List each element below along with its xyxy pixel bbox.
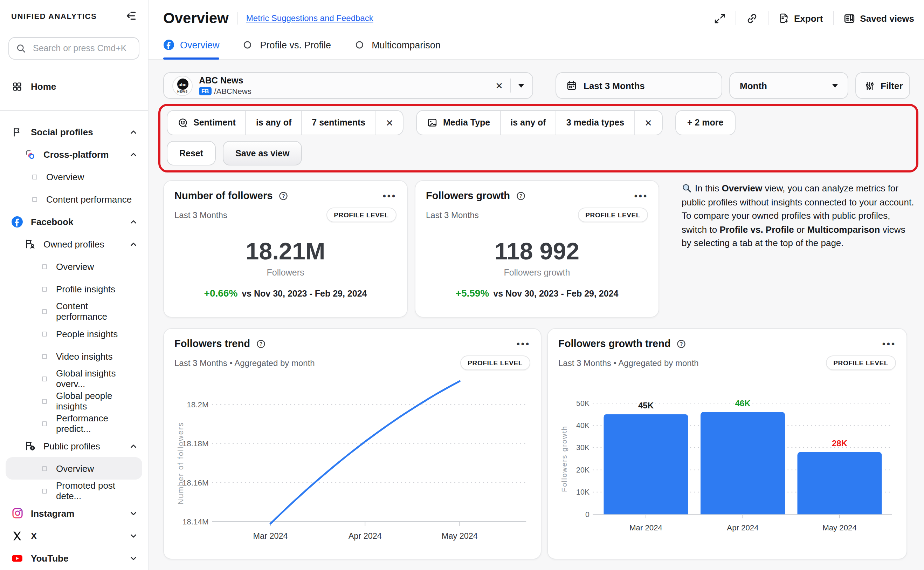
- bullet-icon: [42, 398, 47, 403]
- sidebar-item-performance-prediction[interactable]: Performance predict...: [0, 412, 148, 435]
- chevron-up-icon[interactable]: [129, 217, 138, 226]
- sidebar-section-x[interactable]: X: [0, 524, 148, 547]
- sidebar-item-global-people-insights[interactable]: Global people insights: [0, 390, 148, 412]
- sidebar-item-promoted-post-detection[interactable]: Promoted post dete...: [0, 480, 148, 502]
- search-box[interactable]: [8, 37, 139, 60]
- saved-views-button[interactable]: Saved views: [843, 12, 914, 24]
- expand-icon[interactable]: [713, 12, 725, 24]
- sidebar-item-home[interactable]: Home: [0, 75, 148, 98]
- tab-overview[interactable]: Overview: [163, 39, 220, 59]
- chevron-down-icon[interactable]: [129, 553, 138, 562]
- help-icon[interactable]: ?: [278, 190, 289, 201]
- sidebar-section-social-profiles[interactable]: Social profiles: [0, 121, 148, 143]
- action-separator: [735, 11, 736, 25]
- media-type-value[interactable]: 3 media types: [556, 111, 634, 135]
- instagram-icon: [11, 507, 23, 519]
- date-range-picker[interactable]: Last 3 Months: [556, 72, 722, 99]
- sidebar-item-cross-overview[interactable]: Overview: [0, 165, 148, 188]
- kpi1-menu-icon[interactable]: •••: [383, 190, 397, 201]
- sentiment-remove-icon[interactable]: ✕: [375, 111, 403, 135]
- search-input[interactable]: [32, 43, 132, 54]
- help-icon[interactable]: ?: [677, 338, 687, 349]
- svg-text:45K: 45K: [638, 401, 654, 410]
- svg-text:Mar 2024: Mar 2024: [629, 523, 662, 532]
- kpi2-title: Followers growth: [426, 190, 510, 201]
- profile-level-badge: PROFILE LEVEL: [826, 355, 896, 370]
- annotation-highlight-box: Sentiment is any of 7 sentiments ✕ Media…: [158, 104, 918, 173]
- sidebar-section-cross-platform[interactable]: Cross-platform: [0, 143, 148, 165]
- collapse-sidebar-icon[interactable]: [125, 10, 137, 22]
- svg-text:18.18M: 18.18M: [182, 439, 209, 448]
- controls-row: abc NEWS ABC News FB /ABCNews ✕: [163, 72, 918, 99]
- bullet-icon: [42, 264, 47, 269]
- owned-profiles-label: Owned profiles: [43, 239, 104, 249]
- profile-selector[interactable]: abc NEWS ABC News FB /ABCNews ✕: [163, 72, 533, 99]
- filter-label: Filter: [881, 80, 903, 91]
- magnifier-icon: [682, 183, 692, 193]
- chevron-down-icon[interactable]: [129, 531, 138, 540]
- bar-chart-menu-icon[interactable]: •••: [882, 338, 896, 349]
- reset-button[interactable]: Reset: [167, 141, 216, 165]
- chevron-up-icon[interactable]: [129, 127, 138, 136]
- media-type-icon: [427, 117, 438, 128]
- chevron-down-icon[interactable]: [129, 509, 138, 518]
- line-chart-subtitle: Last 3 Months • Aggregated by month: [174, 358, 315, 368]
- kpi1-title: Number of followers: [174, 190, 272, 201]
- profile-dropdown-caret-icon[interactable]: [518, 84, 524, 87]
- metric-suggestions-link[interactable]: Metric Suggestions and Feedback: [246, 13, 373, 23]
- sidebar-section-youtube[interactable]: YouTube: [0, 547, 148, 569]
- sidebar-item-global-insights-overview[interactable]: Global insights overv...: [0, 368, 148, 390]
- kpi1-vs: vs Nov 30, 2023 - Feb 29, 2024: [242, 289, 367, 299]
- date-range-label: Last 3 Months: [583, 80, 645, 91]
- kpi2-label: Followers growth: [426, 268, 648, 277]
- line-chart-menu-icon[interactable]: •••: [517, 338, 530, 349]
- svg-text:30K: 30K: [576, 443, 590, 452]
- calendar-icon: [566, 80, 577, 91]
- kpi2-menu-icon[interactable]: •••: [634, 190, 648, 201]
- kpi1-delta-row: +0.66%vs Nov 30, 2023 - Feb 29, 2024: [174, 288, 397, 299]
- svg-text:?: ?: [259, 340, 262, 346]
- svg-text:May 2024: May 2024: [442, 532, 478, 541]
- abc-news-avatar: abc NEWS: [172, 75, 192, 96]
- sidebar-item-public-overview-selected[interactable]: Overview: [6, 457, 142, 480]
- svg-text:?: ?: [680, 340, 683, 346]
- sidebar-item-video-insights[interactable]: Video insights: [0, 345, 148, 368]
- chevron-up-icon[interactable]: [129, 239, 138, 248]
- tab-multicomparison[interactable]: Multicomparison: [355, 39, 441, 59]
- sidebar-item-profile-insights[interactable]: Profile insights: [0, 277, 148, 300]
- owned-profiles-icon: [24, 238, 36, 250]
- media-type-remove-icon[interactable]: ✕: [634, 111, 662, 135]
- media-type-field[interactable]: Media Type: [417, 111, 500, 135]
- clear-profile-icon[interactable]: ✕: [488, 80, 510, 91]
- granularity-select[interactable]: Month: [729, 72, 848, 99]
- sidebar-item-people-insights[interactable]: People insights: [0, 322, 148, 345]
- sidebar-item-owned-overview[interactable]: Overview: [0, 255, 148, 277]
- help-icon[interactable]: ?: [516, 190, 526, 201]
- sidebar-section-public-profiles[interactable]: Public profiles: [0, 435, 148, 457]
- sidebar-item-cross-content-performance[interactable]: Content performance: [0, 188, 148, 210]
- sentiment-operator[interactable]: is any of: [246, 111, 301, 135]
- sidebar-section-owned-profiles[interactable]: Owned profiles: [0, 233, 148, 255]
- more-filters-button[interactable]: + 2 more: [675, 110, 736, 135]
- sentiment-value[interactable]: 7 sentiments: [301, 111, 375, 135]
- help-icon[interactable]: ?: [256, 338, 266, 349]
- tab-profile-vs-profile[interactable]: Profile vs. Profile: [243, 39, 331, 59]
- charts-row: Followers trend ? ••• Last 3 Months • Ag…: [163, 328, 918, 559]
- facebook-label: Facebook: [31, 216, 73, 227]
- chevron-up-icon[interactable]: [129, 150, 138, 159]
- sidebar-item-content-performance[interactable]: Content performance: [0, 300, 148, 322]
- media-type-operator[interactable]: is any of: [500, 111, 556, 135]
- instagram-label: Instagram: [31, 508, 74, 518]
- export-button[interactable]: Export: [778, 12, 823, 24]
- export-icon: [778, 12, 789, 24]
- sentiment-field[interactable]: Sentiment: [167, 111, 246, 135]
- filter-button[interactable]: Filter: [855, 72, 910, 99]
- chevron-up-icon[interactable]: [129, 441, 138, 450]
- sidebar-section-instagram[interactable]: Instagram: [0, 502, 148, 524]
- youtube-label: YouTube: [31, 553, 68, 563]
- filter-sliders-icon: [864, 80, 875, 91]
- sidebar-section-facebook[interactable]: Facebook: [0, 210, 148, 233]
- title-separator: [237, 12, 238, 25]
- copy-link-icon[interactable]: [746, 12, 758, 24]
- save-as-view-button[interactable]: Save as view: [223, 141, 302, 165]
